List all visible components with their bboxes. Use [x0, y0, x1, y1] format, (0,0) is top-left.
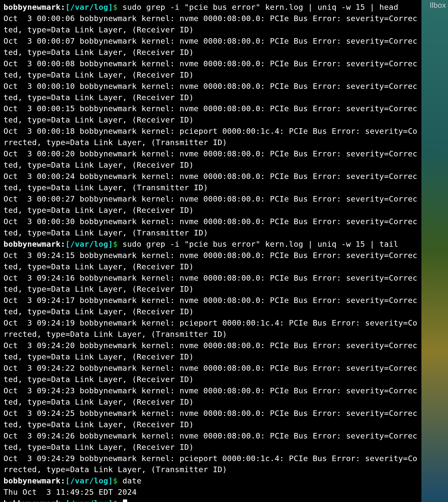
- output-line-head-0: Oct 3 00:00:06 bobbynewmark kernel: nvme…: [4, 13, 418, 35]
- prompt-path: /var/log: [70, 499, 108, 502]
- output-line-tail-6: Oct 3 09:24:23 bobbynewmark kernel: nvme…: [4, 385, 418, 408]
- output-line-head-7: Oct 3 00:00:24 bobbynewmark kernel: nvme…: [4, 171, 418, 193]
- command-text-tail: sudo grep -i "pcie bus error" kern.log |…: [118, 239, 398, 248]
- output-line-head-4: Oct 3 00:00:15 bobbynewmark kernel: nvme…: [4, 103, 418, 126]
- output-line-tail-2: Oct 3 09:24:17 bobbynewmark kernel: nvme…: [4, 295, 418, 317]
- output-line-tail-3: Oct 3 09:24:19 bobbynewmark kernel: pcie…: [4, 317, 418, 340]
- output-line-date-0: Thu Oct 3 11:49:25 EDT 2024: [4, 486, 418, 498]
- prompt-separator: :: [61, 3, 65, 12]
- command-line-tail: bobbynewmark:[/var/log]$ sudo grep -i "p…: [4, 238, 418, 250]
- prompt-separator: :: [61, 476, 65, 485]
- output-line-tail-4: Oct 3 09:24:20 bobbynewmark kernel: nvme…: [4, 340, 418, 362]
- prompt-separator: :: [61, 499, 65, 502]
- command-line-date: bobbynewmark:[/var/log]$ date: [4, 475, 418, 486]
- output-line-head-8: Oct 3 00:00:27 bobbynewmark kernel: nvme…: [4, 193, 418, 216]
- prompt-path: /var/log: [70, 239, 108, 248]
- prompt-bracket-close: ]: [108, 499, 113, 502]
- active-prompt[interactable]: bobbynewmark:[/var/log]$: [4, 498, 418, 502]
- prompt-dollar: $: [113, 476, 118, 485]
- output-line-tail-5: Oct 3 09:24:22 bobbynewmark kernel: nvme…: [4, 362, 418, 385]
- prompt-dollar: $: [113, 499, 118, 502]
- command-text-head: sudo grep -i "pcie bus error" kern.log |…: [118, 3, 398, 12]
- output-line-head-3: Oct 3 00:00:10 bobbynewmark kernel: nvme…: [4, 81, 418, 103]
- command-text-date: date: [118, 476, 141, 485]
- output-line-head-9: Oct 3 00:00:30 bobbynewmark kernel: nvme…: [4, 216, 418, 238]
- prompt-bracket-close: ]: [108, 239, 113, 248]
- desktop: llbox bobbynewmark:[/var/log]$ sudo grep…: [0, 0, 448, 502]
- terminal-window[interactable]: bobbynewmark:[/var/log]$ sudo grep -i "p…: [0, 0, 421, 502]
- prompt-dollar: $: [113, 3, 118, 12]
- output-line-tail-8: Oct 3 09:24:26 bobbynewmark kernel: nvme…: [4, 430, 418, 453]
- prompt-user: bobbynewmark: [4, 476, 61, 485]
- output-line-head-2: Oct 3 00:00:08 bobbynewmark kernel: nvme…: [4, 58, 418, 81]
- prompt-bracket-open: [: [65, 476, 70, 485]
- prompt-user: bobbynewmark: [4, 239, 61, 248]
- output-line-head-6: Oct 3 00:00:20 bobbynewmark kernel: nvme…: [4, 148, 418, 171]
- prompt-dollar: $: [113, 239, 118, 248]
- prompt-bracket-open: [: [65, 3, 70, 12]
- prompt-bracket-open: [: [65, 239, 70, 248]
- cursor: [123, 499, 127, 502]
- prompt-separator: :: [61, 239, 65, 248]
- output-line-tail-1: Oct 3 09:24:16 bobbynewmark kernel: nvme…: [4, 272, 418, 295]
- output-line-tail-9: Oct 3 09:24:29 bobbynewmark kernel: pcie…: [4, 453, 418, 475]
- prompt-user: bobbynewmark: [4, 499, 61, 502]
- output-line-tail-0: Oct 3 09:24:15 bobbynewmark kernel: nvme…: [4, 250, 418, 272]
- output-line-head-1: Oct 3 00:00:07 bobbynewmark kernel: nvme…: [4, 35, 418, 58]
- prompt-bracket-close: ]: [108, 3, 113, 12]
- output-line-tail-7: Oct 3 09:24:25 bobbynewmark kernel: nvme…: [4, 408, 418, 430]
- command-line-head: bobbynewmark:[/var/log]$ sudo grep -i "p…: [4, 2, 418, 13]
- background-window-label: llbox: [430, 1, 446, 10]
- prompt-bracket-close: ]: [108, 476, 113, 485]
- prompt-path: /var/log: [70, 476, 108, 485]
- prompt-path: /var/log: [70, 3, 108, 12]
- prompt-user: bobbynewmark: [4, 3, 61, 12]
- output-line-head-5: Oct 3 00:00:18 bobbynewmark kernel: pcie…: [4, 126, 418, 148]
- prompt-bracket-open: [: [65, 499, 70, 502]
